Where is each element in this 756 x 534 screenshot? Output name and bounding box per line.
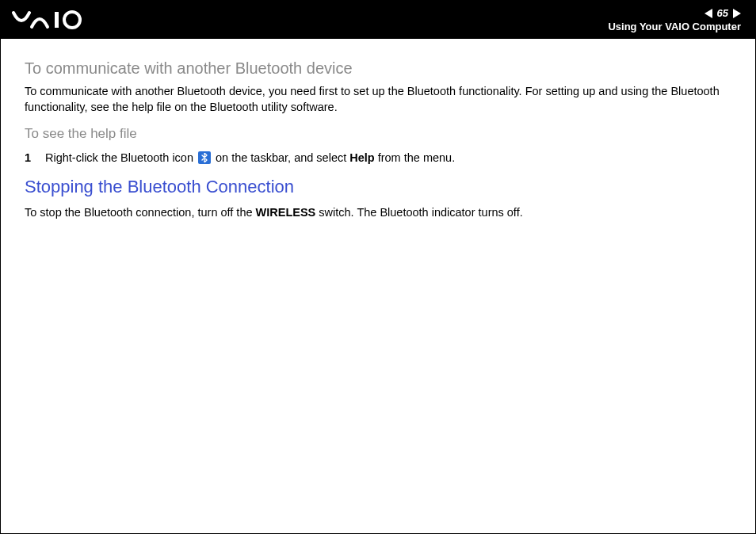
svg-rect-0 (55, 12, 59, 28)
prev-page-arrow-icon[interactable] (704, 9, 712, 18)
step-text-post-b: from the menu. (378, 151, 456, 164)
step-1: 1 Right-click the Bluetooth icon on the … (25, 151, 731, 164)
step-number: 1 (25, 151, 34, 164)
step-text-post-a: on the taskbar, and select (216, 151, 346, 164)
heading-help-file: To see the help file (25, 126, 731, 142)
step-text-bold: Help (349, 151, 374, 164)
page-content: To communicate with another Bluetooth de… (1, 39, 755, 248)
para-stopping-a: To stop the Bluetooth connection, turn o… (25, 206, 253, 219)
para-stopping: To stop the Bluetooth connection, turn o… (25, 205, 731, 221)
section-title: Using Your VAIO Computer (608, 21, 741, 32)
svg-point-1 (64, 12, 80, 28)
page-number: 65 (717, 7, 728, 19)
step-text: Right-click the Bluetooth icon on the ta… (45, 151, 455, 164)
header-nav: 65 Using Your VAIO Computer (608, 7, 741, 32)
para-stopping-b: switch. The Bluetooth indicator turns of… (319, 206, 522, 219)
next-page-arrow-icon[interactable] (733, 9, 741, 18)
para-stopping-bold: WIRELESS (256, 206, 316, 219)
logo-area (12, 10, 99, 30)
vaio-logo (12, 10, 99, 30)
page-header: 65 Using Your VAIO Computer (1, 1, 755, 39)
step-text-pre: Right-click the Bluetooth icon (45, 151, 193, 164)
bluetooth-icon (198, 151, 211, 164)
heading-communicate: To communicate with another Bluetooth de… (25, 59, 731, 78)
heading-stopping: Stopping the Bluetooth Connection (25, 177, 731, 197)
para-communicate: To communicate with another Bluetooth de… (25, 84, 731, 115)
